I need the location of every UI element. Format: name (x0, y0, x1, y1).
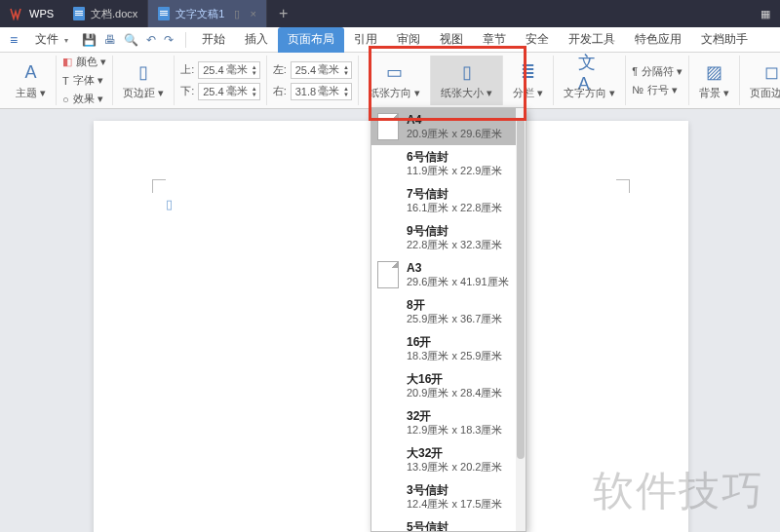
paper-size-option[interactable]: A329.6厘米 x 41.91厘米 (371, 256, 526, 293)
theme-button[interactable]: A 主题 ▾ (12, 56, 50, 105)
paper-size-name: 5号信封 (407, 520, 502, 532)
print-icon[interactable]: 🖶 (104, 33, 116, 47)
ribbon-tab-4[interactable]: 审阅 (387, 27, 430, 53)
paper-size-option[interactable]: 16开18.3厘米 x 25.9厘米 (371, 330, 526, 367)
margin-bottom-field[interactable]: 下: 25.4毫米▲▼ (180, 83, 259, 100)
ribbon-tab-6[interactable]: 章节 (473, 27, 516, 53)
cursor-indicator-icon: ▯ (166, 197, 173, 211)
effect-button[interactable]: ○效果 ▾ (62, 92, 106, 106)
quick-access: 💾 🖶 🔍 ↶ ↷ (76, 33, 179, 47)
document-icon (158, 7, 170, 20)
margins-button[interactable]: ▯ 页边距 ▾ (119, 56, 168, 105)
ribbon-tab-10[interactable]: 文档助手 (691, 27, 758, 53)
margin-left-field[interactable]: 左: 25.4毫米▲▼ (273, 61, 352, 79)
paper-size-dimensions: 12.4厘米 x 17.5厘米 (407, 497, 502, 511)
margins-icon: ▯ (132, 60, 155, 84)
columns-icon: ≣ (517, 60, 540, 84)
paper-size-name: 7号信封 (407, 187, 502, 201)
border-icon: ◻ (760, 60, 780, 84)
paper-size-icon: ▯ (455, 60, 479, 84)
paper-size-option[interactable]: 5号信封10.9厘米 x 21.9厘米 (371, 515, 526, 532)
paper-size-option[interactable]: 大32开13.9厘米 x 20.2厘米 (371, 441, 526, 478)
ribbon-tab-0[interactable]: 开始 (192, 27, 235, 53)
background-button[interactable]: ▨背景 ▾ (695, 56, 733, 105)
paper-size-dimensions: 12.9厘米 x 18.3厘米 (407, 423, 502, 437)
page-border-button[interactable]: ◻页面边框 (746, 56, 780, 105)
paper-size-name: A4 (407, 113, 502, 127)
paper-size-option[interactable]: 32开12.9厘米 x 18.3厘米 (371, 404, 526, 441)
orientation-icon: ▭ (383, 60, 407, 84)
paper-size-option[interactable]: 9号信封22.8厘米 x 32.3厘米 (371, 219, 526, 256)
ribbon-tab-7[interactable]: 安全 (516, 27, 559, 53)
paper-size-name: 大32开 (407, 446, 502, 460)
doc-tab-label: 文档.docx (91, 7, 137, 21)
paper-size-option[interactable]: 8开25.9厘米 x 36.7厘米 (371, 293, 526, 330)
paper-size-option[interactable]: 3号信封12.4厘米 x 17.5厘米 (371, 478, 526, 515)
paper-size-dimensions: 20.9厘米 x 28.4厘米 (407, 386, 502, 399)
paper-size-option[interactable]: A420.9厘米 x 29.6厘米 (371, 108, 526, 145)
ribbon-tab-1[interactable]: 插入 (235, 27, 278, 53)
ribbon-tab-3[interactable]: 引用 (344, 27, 387, 53)
margin-top-field[interactable]: 上: 25.4毫米▲▼ (180, 61, 259, 79)
paper-size-name: 大16开 (407, 372, 502, 386)
text-direction-button[interactable]: 文A文字方向 ▾ (560, 56, 619, 105)
ribbon-tab-2[interactable]: 页面布局 (278, 27, 344, 53)
paper-size-button[interactable]: ▯纸张大小 ▾ (437, 56, 496, 105)
ribbon-tab-5[interactable]: 视图 (430, 27, 473, 53)
font-button[interactable]: T字体 ▾ (62, 73, 106, 88)
paper-size-name: 32开 (407, 409, 502, 423)
text-direction-icon: 文A (578, 60, 602, 84)
columns-button[interactable]: ≣分栏 ▾ (509, 56, 547, 105)
crop-mark-icon (616, 179, 630, 193)
paper-size-dimensions: 13.9厘米 x 20.2厘米 (407, 460, 502, 474)
crop-mark-icon (152, 179, 166, 193)
paper-size-dimensions: 16.1厘米 x 22.8厘米 (407, 201, 502, 214)
orientation-button[interactable]: ▭纸张方向 ▾ (365, 56, 424, 105)
grid-icon[interactable]: ▦ (751, 8, 780, 20)
theme-icon: A (20, 60, 43, 84)
redo-icon[interactable]: ↷ (164, 33, 174, 47)
titlebar: WPS 文档.docx 文字文稿1 ▯ × + ▦ (0, 0, 780, 27)
breaks-button[interactable]: ¶分隔符 ▾ (632, 64, 682, 79)
background-icon: ▨ (703, 60, 726, 84)
paper-size-option[interactable]: 7号信封16.1厘米 x 22.8厘米 (371, 182, 526, 219)
file-menu[interactable]: 文件 ▾ (27, 31, 75, 48)
paper-size-name: 9号信封 (407, 224, 502, 238)
paper-size-dimensions: 22.8厘米 x 32.3厘米 (407, 238, 502, 251)
save-icon[interactable]: 💾 (82, 33, 97, 47)
bookmark-icon[interactable]: ▯ (234, 8, 240, 20)
undo-icon[interactable]: ↶ (146, 33, 156, 47)
new-tab-button[interactable]: + (267, 5, 299, 22)
line-number-button[interactable]: №行号 ▾ (632, 83, 682, 97)
paper-size-name: 8开 (407, 298, 502, 312)
app-name: WPS (29, 8, 54, 19)
menu-icon[interactable]: ≡ (0, 32, 27, 48)
paper-size-name: 6号信封 (407, 150, 502, 164)
document-icon (73, 7, 85, 20)
paper-size-dropdown: A420.9厘米 x 29.6厘米6号信封11.9厘米 x 22.9厘米7号信封… (370, 107, 526, 532)
paper-size-option[interactable]: 大16开20.9厘米 x 28.4厘米 (371, 367, 526, 404)
menubar: ≡ 文件 ▾ 💾 🖶 🔍 ↶ ↷ 开始插入页面布局引用审阅视图章节安全开发工具特… (0, 27, 780, 53)
ribbon-tab-8[interactable]: 开发工具 (559, 27, 625, 53)
wps-logo-icon (8, 6, 23, 21)
scrollbar-thumb[interactable] (517, 118, 525, 459)
ribbon-tab-9[interactable]: 特色应用 (625, 27, 691, 53)
page-icon (377, 113, 399, 140)
doc-tab-0[interactable]: 文档.docx (63, 0, 148, 27)
doc-tab-1[interactable]: 文字文稿1 ▯ × (148, 0, 267, 27)
close-tab-icon[interactable]: × (250, 8, 255, 19)
paper-size-name: 16开 (407, 335, 502, 349)
margin-right-field[interactable]: 右: 31.8毫米▲▼ (273, 83, 352, 100)
ribbon-tabs: 开始插入页面布局引用审阅视图章节安全开发工具特色应用文档助手 (192, 27, 758, 53)
paper-size-option[interactable]: 6号信封11.9厘米 x 22.9厘米 (371, 145, 526, 182)
paper-size-dimensions: 20.9厘米 x 29.6厘米 (407, 127, 502, 140)
paper-size-dimensions: 29.6厘米 x 41.91厘米 (407, 275, 509, 288)
scrollbar[interactable] (516, 108, 526, 531)
paper-size-dimensions: 25.9厘米 x 36.7厘米 (407, 312, 502, 325)
color-button[interactable]: ◧颜色 ▾ (62, 55, 106, 69)
paper-size-name: 3号信封 (407, 483, 502, 497)
page-icon (377, 261, 399, 288)
preview-icon[interactable]: 🔍 (124, 33, 138, 47)
ribbon: A 主题 ▾ ◧颜色 ▾ T字体 ▾ ○效果 ▾ ▯ 页边距 ▾ 上: 25.4… (0, 53, 780, 109)
paper-size-name: A3 (407, 261, 509, 275)
